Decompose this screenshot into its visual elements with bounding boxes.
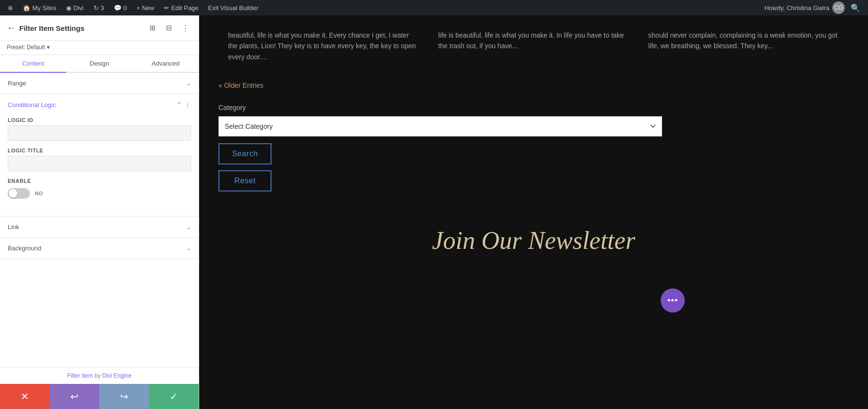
range-accordion-header[interactable]: Range ⌄ [0, 73, 199, 94]
sidebar-content: Range ⌄ Conditional Logic ⌃ ⋮ Logic ID [0, 73, 199, 367]
divi-icon: ◉ [66, 4, 71, 12]
admin-bar-right: Howdy, Christina Gwira CG 🔍 [764, 1, 864, 14]
conditional-logic-actions: ⌃ ⋮ [176, 101, 191, 109]
range-section: Range ⌄ [0, 73, 199, 94]
exit-visual-builder-item[interactable]: Exit Visual Builder [204, 0, 263, 15]
category-label: Category [218, 104, 849, 111]
blog-post-1: life is beautiful, life is what you make… [429, 25, 639, 67]
category-select[interactable]: Select Category [218, 116, 662, 136]
fullscreen-icon[interactable]: ⊞ [146, 21, 159, 35]
content-area: beautiful, life is what you make it. Eve… [199, 15, 868, 409]
sidebar-header: ← Filter Item Settings ⊞ ⊟ ⋮ [0, 15, 199, 41]
sidebar-header-actions: ⊞ ⊟ ⋮ [146, 21, 192, 35]
range-chevron-icon: ⌄ [186, 80, 191, 87]
enable-toggle-row: NO [8, 186, 191, 203]
enable-label: Enable [8, 178, 191, 184]
action-buttons: ✕ ↩ ↪ ✓ [0, 384, 199, 409]
background-chevron-icon: ⌄ [186, 245, 191, 252]
save-button[interactable]: ✓ [149, 384, 199, 409]
new-item[interactable]: + New [133, 0, 158, 15]
my-sites-item[interactable]: 🏠 My Sites [19, 0, 60, 15]
chat-bubble[interactable]: ••• [661, 288, 685, 313]
older-entries-link[interactable]: « Older Entries [199, 77, 868, 99]
howdy-text: Howdy, Christina Gwira CG [764, 1, 845, 14]
avatar[interactable]: CG [832, 1, 845, 14]
reset-button[interactable]: Reset [218, 170, 271, 191]
sidebar-footer: Filter Item by Divi Engine [0, 367, 199, 384]
link-accordion-header[interactable]: Link ⌄ [0, 217, 199, 237]
logic-title-field: Logic Title [8, 148, 191, 171]
wp-icon[interactable]: ⊕ [4, 0, 17, 15]
conditional-logic-accordion-header[interactable]: Conditional Logic ⌃ ⋮ [0, 94, 199, 115]
search-button[interactable]: Search [218, 143, 271, 164]
sidebar-header-left: ← Filter Item Settings [7, 23, 84, 33]
blog-post-0: beautiful, life is what you make it. Eve… [218, 25, 429, 67]
back-arrow-icon[interactable]: ← [7, 23, 15, 33]
cancel-button[interactable]: ✕ [0, 384, 50, 409]
logic-id-input[interactable] [8, 125, 191, 141]
edit-icon: ✏ [164, 4, 169, 12]
conditional-logic-form: Logic ID Logic Title Enable [0, 115, 199, 216]
filter-widget: Category Select Category Search Reset [199, 99, 868, 212]
divi-engine-link[interactable]: Divi Engine [102, 372, 132, 379]
redo-button[interactable]: ↪ [99, 384, 149, 409]
logic-title-label: Logic Title [8, 148, 191, 153]
logic-id-label: Logic ID [8, 117, 191, 123]
updates-icon: ↻ [94, 4, 99, 12]
comments-item[interactable]: 💬 0 [110, 0, 131, 15]
conditional-logic-more-icon[interactable]: ⋮ [184, 101, 191, 109]
preset-chevron-icon: ▾ [47, 44, 50, 51]
main-layout: ← Filter Item Settings ⊞ ⊟ ⋮ Preset: Def… [0, 15, 868, 409]
layout-icon[interactable]: ⊟ [162, 21, 176, 35]
redo-icon: ↪ [120, 391, 128, 402]
admin-search-icon[interactable]: 🔍 [847, 3, 864, 13]
edit-page-item[interactable]: ✏ Edit Page [160, 0, 202, 15]
newsletter-section: Join Our Newsletter [199, 212, 868, 269]
divi-item[interactable]: ◉ Divi [62, 0, 88, 15]
logic-id-field: Logic ID [8, 117, 191, 141]
sidebar-title: Filter Item Settings [19, 24, 84, 32]
chat-dots-icon: ••• [667, 296, 678, 306]
link-section: Link ⌄ [0, 217, 199, 238]
save-icon: ✓ [170, 391, 178, 402]
background-accordion-header[interactable]: Background ⌄ [0, 238, 199, 259]
toggle-knob [9, 189, 17, 198]
tabs-bar: Content Design Advanced [0, 55, 199, 73]
wordpress-icon: ⊕ [8, 4, 13, 12]
sidebar: ← Filter Item Settings ⊞ ⊟ ⋮ Preset: Def… [0, 15, 199, 409]
preset-bar[interactable]: Preset: Default ▾ [0, 41, 199, 55]
comments-icon: 💬 [114, 4, 122, 12]
background-section: Background ⌄ [0, 238, 199, 259]
link-chevron-icon: ⌄ [186, 224, 191, 231]
undo-icon: ↩ [70, 391, 79, 402]
home-icon: 🏠 [23, 4, 30, 12]
updates-item[interactable]: ↻ 3 [90, 0, 108, 15]
admin-bar: ⊕ 🏠 My Sites ◉ Divi ↻ 3 💬 0 + New ✏ Edit… [0, 0, 868, 15]
blog-post-2: should never complain, complaining is a … [638, 25, 849, 67]
enable-toggle[interactable] [8, 188, 30, 199]
toggle-label-text: NO [35, 191, 43, 196]
conditional-logic-section: Conditional Logic ⌃ ⋮ Logic ID Logic Tit… [0, 94, 199, 217]
more-options-icon[interactable]: ⋮ [178, 21, 192, 35]
enable-field: Enable NO [8, 178, 191, 203]
conditional-logic-collapse-icon[interactable]: ⌃ [176, 101, 182, 109]
tab-advanced[interactable]: Advanced [133, 55, 199, 72]
logic-title-input[interactable] [8, 156, 191, 171]
newsletter-title: Join Our Newsletter [218, 226, 849, 255]
blog-posts-grid: beautiful, life is what you make it. Eve… [199, 15, 868, 77]
filter-item-link[interactable]: Filter Item [67, 372, 93, 379]
cancel-icon: ✕ [21, 391, 29, 402]
undo-button[interactable]: ↩ [50, 384, 99, 409]
tab-design[interactable]: Design [66, 55, 132, 72]
tab-content[interactable]: Content [0, 55, 66, 73]
